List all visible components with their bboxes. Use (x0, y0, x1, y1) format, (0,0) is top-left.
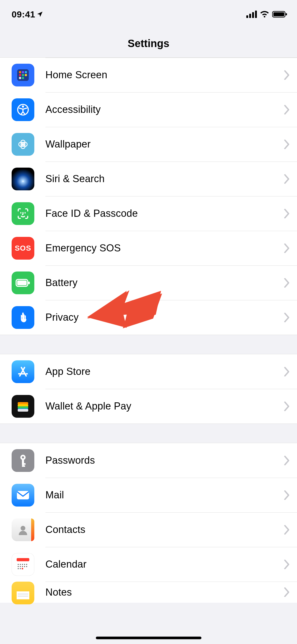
svg-rect-29 (25, 315, 26, 320)
sos-icon: SOS (12, 237, 34, 260)
svg-rect-14 (19, 77, 21, 79)
contacts-icon (12, 518, 34, 541)
svg-rect-13 (25, 74, 27, 76)
chevron-right-icon (284, 587, 290, 597)
row-label: Notes (45, 587, 72, 598)
svg-point-49 (20, 566, 21, 567)
battery-icon (272, 11, 287, 18)
row-label: Mail (45, 489, 64, 501)
svg-rect-34 (18, 409, 28, 412)
svg-rect-15 (22, 77, 24, 79)
row-battery[interactable]: Battery (0, 265, 297, 300)
row-wallpaper[interactable]: Wallpaper (0, 127, 297, 162)
battery-row-icon (12, 272, 34, 294)
face-id-icon (12, 202, 34, 225)
svg-rect-38 (22, 465, 25, 467)
row-home-screen[interactable]: Home Screen (0, 58, 297, 92)
chevron-right-icon (284, 402, 290, 411)
svg-rect-3 (255, 11, 257, 18)
row-calendar[interactable]: Calendar (0, 547, 297, 582)
row-label: Emergency SOS (45, 242, 121, 254)
svg-rect-6 (286, 13, 287, 15)
location-icon (37, 11, 43, 17)
chevron-right-icon (284, 313, 290, 322)
svg-rect-40 (17, 491, 29, 499)
row-label: Privacy (45, 312, 79, 323)
row-siri-search[interactable]: Siri & Search (0, 162, 297, 196)
svg-rect-37 (22, 463, 26, 465)
row-notes[interactable]: Notes (0, 582, 297, 603)
svg-point-46 (24, 564, 25, 565)
svg-rect-9 (22, 71, 24, 73)
settings-group-3: Passwords Mail Contacts (0, 443, 297, 603)
row-passwords[interactable]: Passwords (0, 443, 297, 478)
row-label: Accessibility (45, 104, 101, 115)
svg-rect-26 (21, 315, 22, 320)
svg-point-54 (20, 568, 21, 569)
row-label: Home Screen (45, 69, 107, 81)
chevron-right-icon (284, 490, 290, 500)
chevron-right-icon (284, 209, 290, 218)
row-app-store[interactable]: App Store (0, 354, 297, 389)
settings-group-2: App Store Wallet & Apple Pay (0, 354, 297, 424)
calendar-icon (12, 553, 34, 576)
svg-point-41 (21, 526, 25, 531)
svg-rect-56 (17, 591, 29, 599)
row-label: Face ID & Passcode (45, 208, 138, 219)
svg-rect-28 (23, 314, 25, 320)
svg-point-45 (22, 564, 23, 565)
svg-point-50 (22, 566, 23, 567)
chevron-right-icon (284, 140, 290, 149)
row-contacts[interactable]: Contacts (0, 512, 297, 547)
wifi-icon (260, 11, 270, 18)
row-face-id[interactable]: Face ID & Passcode (0, 196, 297, 231)
svg-point-17 (22, 105, 24, 108)
row-label: Passwords (45, 455, 95, 466)
status-bar: 09:41 (0, 0, 297, 29)
row-label: Wallet & Apple Pay (45, 401, 131, 412)
chevron-right-icon (284, 243, 290, 253)
row-label: Contacts (45, 524, 86, 535)
mail-icon (12, 484, 34, 507)
page-title: Settings (0, 38, 297, 49)
chevron-right-icon (284, 174, 290, 184)
row-accessibility[interactable]: Accessibility (0, 92, 297, 127)
chevron-right-icon (284, 367, 290, 376)
nav-bar: Settings (0, 29, 297, 57)
row-mail[interactable]: Mail (0, 478, 297, 512)
row-label: Siri & Search (45, 173, 105, 185)
cellular-icon (246, 11, 257, 18)
app-store-icon (12, 360, 34, 383)
status-time-label: 09:41 (12, 9, 35, 20)
wallet-icon (12, 395, 34, 418)
svg-point-55 (22, 568, 23, 569)
chevron-right-icon (284, 456, 290, 465)
svg-rect-5 (274, 12, 284, 16)
wallpaper-icon (12, 133, 34, 156)
svg-point-53 (18, 568, 19, 569)
chevron-right-icon (284, 560, 290, 569)
svg-rect-1 (249, 14, 251, 18)
home-screen-icon (12, 64, 34, 86)
svg-point-47 (26, 564, 27, 565)
chevron-right-icon (284, 70, 290, 80)
home-indicator[interactable] (96, 637, 201, 639)
row-label: Calendar (45, 559, 87, 570)
section-gap (0, 424, 297, 443)
notes-icon (12, 582, 34, 604)
row-privacy[interactable]: Privacy (0, 300, 297, 335)
svg-rect-0 (246, 15, 248, 18)
svg-rect-12 (22, 74, 24, 76)
row-emergency-sos[interactable]: SOS Emergency SOS (0, 231, 297, 265)
row-wallet[interactable]: Wallet & Apple Pay (0, 389, 297, 424)
svg-rect-11 (19, 74, 21, 76)
svg-rect-24 (17, 280, 27, 285)
svg-point-52 (26, 566, 27, 567)
status-right (246, 11, 287, 18)
svg-point-48 (18, 566, 19, 567)
svg-rect-27 (22, 314, 23, 320)
chevron-right-icon (284, 278, 290, 288)
settings-group-1: Home Screen Accessibility (0, 57, 297, 335)
svg-point-39 (22, 456, 24, 458)
status-time: 09:41 (12, 9, 43, 20)
